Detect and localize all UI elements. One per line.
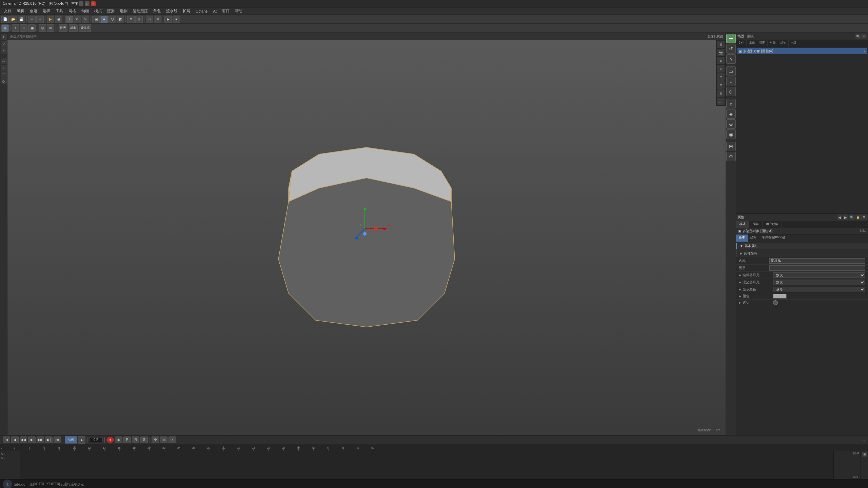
tool-knife[interactable]: ⌀ (726, 99, 736, 108)
soft-select-button[interactable]: ◎ (39, 24, 46, 32)
vp-tool-display[interactable]: ◈ (717, 57, 725, 64)
tl-record-manual[interactable]: ◉ (115, 436, 122, 443)
left-tool-rotate[interactable]: ↺ (1, 41, 7, 47)
tl-play[interactable]: ▶ (28, 436, 36, 443)
attr-select-editor-vis[interactable]: 默认 开 关 (773, 272, 865, 278)
menu-tools[interactable]: 工具 (53, 8, 66, 14)
attr-transparent-dot[interactable] (773, 300, 778, 305)
tl-record-scale[interactable]: S (140, 436, 148, 443)
tl-next-frame[interactable]: ▶▶ (37, 436, 44, 443)
section-coord[interactable]: ▶ 圆柱坐标 (736, 250, 868, 257)
tl-next-key[interactable]: ▶| (45, 436, 53, 443)
coord-obj-button[interactable]: 对象 (69, 24, 78, 32)
tl-to-end[interactable]: ⏭ (54, 436, 61, 443)
tl-settings[interactable]: ⚙ (152, 436, 159, 443)
tl-record-rot[interactable]: R (132, 436, 139, 443)
section-basic-attrs[interactable]: ▼ 基本属性 (736, 243, 868, 249)
attrs-lock-button[interactable]: 🔒 (855, 215, 861, 220)
left-tool-select-circle[interactable]: ○ (1, 65, 7, 71)
snap-button[interactable]: ⊕ (127, 16, 135, 23)
left-tool-select-rect[interactable]: ▭ (1, 58, 7, 64)
tl-prev-key[interactable]: ◀ (11, 436, 19, 443)
attr-input-name[interactable] (769, 258, 865, 264)
left-tool-scale[interactable]: ⤡ (1, 47, 7, 54)
point-mode-button[interactable]: • (12, 24, 19, 32)
scene-item-cylinder[interactable]: ▣ 多边形对象 [圆柱体] ● (737, 48, 867, 54)
tool-scale[interactable]: ⤡ (726, 54, 736, 64)
viewport[interactable]: 多边形对象 [圆柱体] 摄像机视图 移动+ (7, 33, 726, 435)
menu-at[interactable]: At (210, 8, 219, 14)
menu-select[interactable]: 选择 (40, 8, 53, 14)
menu-sculpt[interactable]: 雕刻 (117, 8, 130, 14)
vp-tool-snap[interactable]: ⊕ (717, 89, 725, 97)
coord-cam-button[interactable]: 摄像机 (79, 24, 91, 32)
attrs-subtab-phong[interactable]: 平滑着色(Phong) (759, 235, 788, 242)
maximize-button[interactable]: □ (85, 1, 90, 6)
tool-loop[interactable]: ⊕ (726, 119, 736, 129)
menu-edit[interactable]: 编辑 (14, 8, 27, 14)
tool-bevel[interactable]: ◉ (726, 129, 736, 139)
track-btn1[interactable]: ⊞ (862, 452, 867, 457)
current-frame-display[interactable]: 0 F (89, 437, 103, 442)
tl-fps-btn[interactable]: ▶ (78, 436, 85, 444)
vp-tool-more[interactable]: … (717, 98, 725, 105)
menu-render[interactable]: 渲染 (104, 8, 117, 14)
stop-button[interactable]: ■ (173, 16, 180, 23)
rotate-tool-button[interactable]: ↺ (74, 16, 81, 23)
move-tool-button[interactable]: ✛ (65, 16, 73, 23)
tool-bridge[interactable]: ⊞ (726, 142, 736, 151)
menu-window[interactable]: 窗口 (219, 8, 232, 14)
interactive-render-button[interactable]: ◉ (55, 16, 62, 23)
scene-tab-tag[interactable]: 标签 (778, 40, 789, 46)
attrs-tab-edit[interactable]: 编辑 (749, 221, 763, 228)
attr-input-layer[interactable] (769, 265, 865, 271)
display-mode-button[interactable]: ▣ (92, 16, 100, 23)
render-button[interactable]: ▶ (47, 16, 54, 23)
scene-tab-obj[interactable]: 对象 (768, 40, 778, 46)
attr-color-swatch[interactable] (773, 294, 787, 299)
scene-tab-file[interactable]: 文件 (736, 40, 747, 46)
vp-tool-stereo[interactable]: ⊙ (717, 73, 725, 81)
vp-tool-filter[interactable]: ≡ (717, 65, 725, 73)
model-mode-button[interactable]: ◈ (1, 24, 9, 32)
vp-tool-view[interactable]: ⊞ (717, 41, 725, 48)
minimize-button[interactable]: ─ (79, 1, 83, 6)
scene-tab-bookmark[interactable]: 书签 (789, 40, 799, 46)
tool-extrude[interactable]: ◈ (726, 109, 736, 119)
close-button[interactable]: ✕ (91, 1, 96, 6)
menu-help[interactable]: 帮助 (232, 8, 245, 14)
scale-tool-button[interactable]: ⤡ (82, 16, 89, 23)
vp-tool-option[interactable]: ⚙ (717, 81, 725, 89)
menu-mesh[interactable]: 网格 (66, 8, 79, 14)
menu-simulate[interactable]: 模拟 (92, 8, 104, 14)
tool-move[interactable]: ✛ (726, 34, 736, 43)
save-button[interactable]: 💾 (18, 16, 25, 23)
axis-button[interactable]: ⊛ (154, 16, 161, 23)
display-lines-button[interactable]: ⬡ (108, 16, 116, 23)
attrs-tab-user[interactable]: 用户数据 (763, 221, 782, 228)
menu-character[interactable]: 角色 (151, 8, 163, 14)
tool-weld[interactable]: ⊙ (726, 152, 736, 161)
coord-world-button[interactable]: 世界 (59, 24, 67, 32)
workplane-button[interactable]: ⧈ (146, 16, 153, 23)
menu-file[interactable]: 文件 (1, 8, 14, 14)
display-gouraud-button[interactable]: ■ (100, 16, 108, 23)
menu-animate[interactable]: 动画 (79, 8, 92, 14)
attrs-tab-mode[interactable]: 模式 (736, 221, 749, 228)
menu-octane[interactable]: Octane (193, 8, 210, 14)
vp-tool-cam[interactable]: 📷 (717, 49, 725, 56)
redo-button[interactable]: ↪ (36, 16, 44, 23)
edge-mode-button[interactable]: ━ (20, 24, 27, 32)
menu-track[interactable]: 运动跟踪 (130, 8, 151, 14)
attrs-forward-button[interactable]: ▶ (843, 215, 848, 220)
attr-select-render-vis[interactable]: 默认 开 关 (773, 280, 865, 285)
poly-mode-button[interactable]: ▣ (28, 24, 36, 32)
tl-record-pos[interactable]: P (123, 436, 131, 443)
display-quick-button[interactable]: ◩ (117, 16, 124, 23)
attrs-more-button[interactable]: ⚙ (861, 215, 867, 220)
left-tool-move[interactable]: ✛ (1, 34, 7, 40)
grid-button[interactable]: ⊞ (135, 16, 143, 23)
tl-preview[interactable]: ▭ (160, 436, 167, 443)
menu-pipeline[interactable]: 流水线 (163, 8, 180, 14)
sym-button[interactable]: ⊞ (47, 24, 54, 32)
